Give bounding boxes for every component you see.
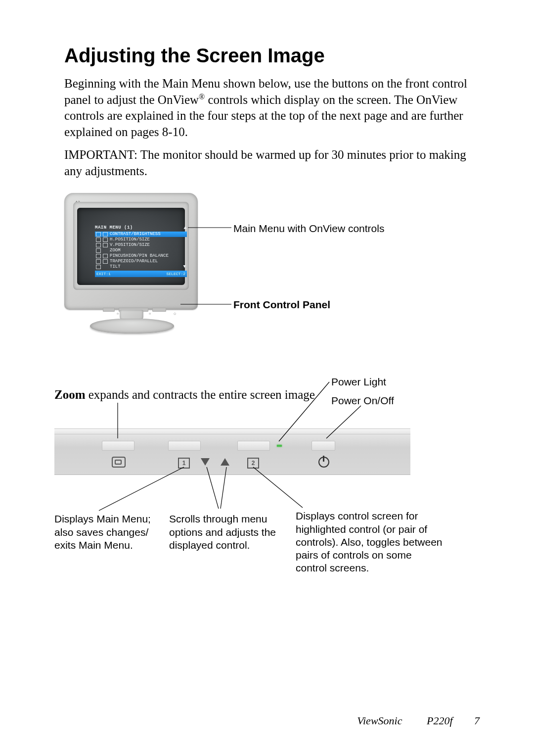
zoom-icon <box>96 248 101 253</box>
desc-arrows: Scrolls through menu options and adjusts… <box>169 513 278 552</box>
power-button[interactable] <box>312 441 335 451</box>
footer-brand: ViewSonic <box>357 714 402 727</box>
button-2-icon: 2 <box>247 457 259 469</box>
hpos-icon <box>96 237 101 242</box>
menu-item: TRAPEZOID/PARALLEL <box>110 259 158 264</box>
vpos-icon <box>96 243 101 247</box>
figure-monitor: A2 MAIN MENU (1) ▲ CONTRAST/BRIGHTNESS H… <box>64 193 480 351</box>
zoom-button[interactable] <box>102 441 134 451</box>
important-note: IMPORTANT: The monitor should be warmed … <box>64 147 475 179</box>
footer-page-number: 7 <box>474 714 480 727</box>
parallel-icon <box>103 259 108 264</box>
manual-page: Adjusting the Screen Image Beginning wit… <box>0 0 534 756</box>
page-footer: ViewSonic P220f 7 <box>357 714 480 727</box>
zoom-text: expands and contracts the entire screen … <box>86 388 315 401</box>
crt-control-panel: ▫ ▫ ▾ ▴ ▫ ○ <box>69 301 193 309</box>
pincushion-icon <box>96 254 101 258</box>
up-triangle-icon <box>221 457 229 468</box>
front-panel-strip: 1 2 <box>54 428 410 475</box>
footer-model: P220f <box>427 714 453 727</box>
onview-footer-right: SELECT:2 <box>167 271 185 277</box>
menu-item: V.POSITION/SIZE <box>110 242 150 248</box>
menu-item: TILT <box>110 264 121 270</box>
desc-button-2: Displays control screen for highlighted … <box>296 510 444 574</box>
callout-main-menu: Main Menu with OnView controls <box>233 223 384 235</box>
crt-body: A2 MAIN MENU (1) ▲ CONTRAST/BRIGHTNESS H… <box>64 193 198 310</box>
label-power-onoff: Power On/Off <box>331 395 394 407</box>
menu-item: CONTRAST/BRIGHTNESS <box>110 232 161 237</box>
figure-front-panel: Zoom expands and contracts the entire sc… <box>64 376 480 589</box>
brightness-icon <box>103 232 108 236</box>
crt-monitor-illustration: A2 MAIN MENU (1) ▲ CONTRAST/BRIGHTNESS H… <box>64 193 203 341</box>
menu-2-button[interactable] <box>237 441 270 451</box>
intro-paragraph: Beginning with the Main Menu shown below… <box>64 76 475 140</box>
down-arrow-icon: ▼ <box>183 264 186 270</box>
label-power-light: Power Light <box>331 376 386 388</box>
callout-front-panel: Front Control Panel <box>233 299 330 311</box>
up-arrow-icon: ▲ <box>183 225 187 231</box>
menu-item: H.POSITION/SIZE <box>110 237 150 242</box>
power-glyph-icon <box>318 457 329 470</box>
tilt-icon <box>96 265 101 269</box>
onview-title: MAIN MENU (1) <box>95 225 133 231</box>
button-1-icon: 1 <box>178 457 190 469</box>
vsize-icon <box>103 243 108 247</box>
power-led-icon <box>277 445 282 447</box>
hsize-icon <box>103 237 108 242</box>
zoom-bold: Zoom <box>54 388 86 401</box>
page-heading: Adjusting the Screen Image <box>64 45 480 67</box>
down-triangle-icon <box>201 457 210 468</box>
zoom-glyph-icon <box>112 457 126 470</box>
zoom-caption: Zoom expands and contracts the entire sc… <box>54 388 315 402</box>
menu-item: ZOOM <box>110 248 121 253</box>
menu-item: PINCUSHION/PIN BALANCE <box>110 253 169 259</box>
onview-menu: MAIN MENU (1) ▲ CONTRAST/BRIGHTNESS H.PO… <box>95 225 187 277</box>
onview-footer-left: EXIT:1 <box>96 271 111 277</box>
trapezoid-icon <box>96 259 101 264</box>
desc-button-1: Displays Main Menu; also saves changes/ … <box>54 513 158 552</box>
pinbalance-icon <box>103 254 108 258</box>
menu-1-button[interactable] <box>168 441 201 451</box>
contrast-icon <box>96 232 101 236</box>
registered-mark: ® <box>199 93 205 101</box>
crt-stand <box>107 310 156 341</box>
